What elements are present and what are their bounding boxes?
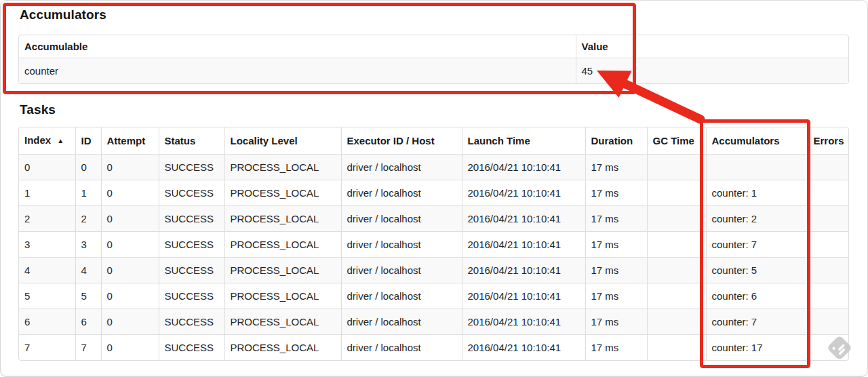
- task-col-header-id[interactable]: ID: [75, 127, 101, 155]
- task-cell-attempt: 0: [101, 206, 159, 232]
- task-cell-executor-id-host: driver / localhost: [341, 206, 462, 232]
- task-cell-launch-time: 2016/04/21 10:10:41: [462, 309, 585, 335]
- task-cell-duration: 17 ms: [585, 180, 647, 206]
- task-cell-launch-time: 2016/04/21 10:10:41: [462, 206, 585, 232]
- task-cell-locality-level: PROCESS_LOCAL: [224, 155, 341, 180]
- task-cell-attempt: 0: [101, 155, 159, 180]
- accumulators-section-title: Accumulators: [20, 7, 106, 22]
- accumulable-cell-value: 45: [576, 58, 848, 84]
- task-cell-executor-id-host: driver / localhost: [341, 232, 462, 258]
- task-cell-attempt: 0: [101, 258, 159, 283]
- task-col-header-gc-time[interactable]: GC Time: [647, 127, 706, 155]
- task-cell-errors: [808, 180, 848, 206]
- task-cell-index: 3: [19, 232, 75, 258]
- task-cell-status: SUCCESS: [159, 206, 224, 232]
- task-cell-executor-id-host: driver / localhost: [341, 258, 462, 283]
- task-cell-errors: [808, 206, 848, 232]
- task-cell-errors: [808, 335, 848, 361]
- task-cell-status: SUCCESS: [159, 258, 224, 283]
- task-cell-executor-id-host: driver / localhost: [341, 335, 462, 361]
- task-cell-accumulators: counter: 17: [706, 335, 808, 361]
- accumulators-table: AccumulableValuecounter45: [18, 35, 849, 84]
- task-col-header-locality-level[interactable]: Locality Level: [224, 127, 341, 155]
- task-cell-attempt: 0: [101, 309, 159, 335]
- task-cell-gc-time: [647, 309, 706, 335]
- column-label: Duration: [591, 135, 633, 146]
- task-col-header-attempt[interactable]: Attempt: [101, 127, 159, 155]
- column-label: Index: [24, 134, 51, 146]
- task-cell-attempt: 0: [101, 283, 159, 309]
- task-col-header-duration[interactable]: Duration: [585, 127, 647, 155]
- task-col-header-launch-time[interactable]: Launch Time: [462, 127, 585, 155]
- task-cell-id: 1: [75, 180, 101, 206]
- task-cell-id: 2: [75, 206, 101, 232]
- task-cell-accumulators: counter: 1: [706, 180, 808, 206]
- task-cell-accumulators: counter: 2: [706, 206, 808, 232]
- column-label: ID: [81, 135, 92, 146]
- task-cell-id: 6: [75, 309, 101, 335]
- task-cell-locality-level: PROCESS_LOCAL: [224, 232, 341, 258]
- task-cell-status: SUCCESS: [159, 180, 224, 206]
- accumulable-row-0: counter45: [19, 58, 848, 84]
- column-label: Errors: [814, 135, 844, 146]
- task-col-header-index[interactable]: Index▲: [19, 127, 75, 155]
- task-cell-index: 2: [19, 206, 75, 232]
- task-cell-status: SUCCESS: [159, 283, 224, 309]
- task-cell-locality-level: PROCESS_LOCAL: [224, 335, 341, 361]
- column-label: GC Time: [653, 135, 694, 146]
- task-cell-duration: 17 ms: [585, 283, 647, 309]
- task-row-7: 770SUCCESSPROCESS_LOCALdriver / localhos…: [19, 335, 848, 361]
- column-label: Status: [165, 135, 196, 146]
- task-cell-id: 4: [75, 258, 101, 283]
- task-cell-accumulators: [706, 155, 808, 180]
- task-row-0: 000SUCCESSPROCESS_LOCALdriver / localhos…: [19, 155, 848, 180]
- task-col-header-status[interactable]: Status: [159, 127, 224, 155]
- task-cell-gc-time: [647, 232, 706, 258]
- task-row-2: 220SUCCESSPROCESS_LOCALdriver / localhos…: [19, 206, 848, 232]
- task-cell-gc-time: [647, 206, 706, 232]
- sort-ascending-icon: ▲: [57, 137, 64, 144]
- task-cell-id: 5: [75, 283, 101, 309]
- task-cell-attempt: 0: [101, 232, 159, 258]
- column-label: Accumulable: [24, 41, 87, 52]
- task-cell-launch-time: 2016/04/21 10:10:41: [462, 335, 585, 361]
- task-col-header-errors[interactable]: Errors: [808, 127, 848, 155]
- task-cell-index: 0: [19, 155, 75, 180]
- task-row-4: 440SUCCESSPROCESS_LOCALdriver / localhos…: [19, 258, 848, 283]
- task-row-1: 110SUCCESSPROCESS_LOCALdriver / localhos…: [19, 180, 848, 206]
- task-row-5: 550SUCCESSPROCESS_LOCALdriver / localhos…: [19, 283, 848, 309]
- task-col-header-executor-id-host[interactable]: Executor ID / Host: [341, 127, 462, 155]
- task-cell-attempt: 0: [101, 335, 159, 361]
- task-cell-accumulators: counter: 5: [706, 258, 808, 283]
- task-cell-duration: 17 ms: [585, 335, 647, 361]
- task-cell-index: 1: [19, 180, 75, 206]
- task-cell-accumulators: counter: 7: [706, 232, 808, 258]
- task-row-6: 660SUCCESSPROCESS_LOCALdriver / localhos…: [19, 309, 848, 335]
- task-cell-locality-level: PROCESS_LOCAL: [224, 309, 341, 335]
- task-cell-id: 3: [75, 232, 101, 258]
- task-cell-errors: [808, 232, 848, 258]
- task-cell-executor-id-host: driver / localhost: [341, 155, 462, 180]
- task-cell-locality-level: PROCESS_LOCAL: [224, 283, 341, 309]
- column-label: Attempt: [107, 135, 146, 146]
- task-cell-id: 0: [75, 155, 101, 180]
- accumulable-col-header-value: Value: [576, 35, 848, 58]
- task-cell-status: SUCCESS: [159, 232, 224, 258]
- accumulable-header-row: AccumulableValue: [19, 35, 848, 58]
- task-cell-launch-time: 2016/04/21 10:10:41: [462, 180, 585, 206]
- task-cell-index: 4: [19, 258, 75, 283]
- task-cell-index: 6: [19, 309, 75, 335]
- task-cell-accumulators: counter: 7: [706, 309, 808, 335]
- task-cell-gc-time: [647, 258, 706, 283]
- task-cell-errors: [808, 283, 848, 309]
- task-col-header-accumulators[interactable]: Accumulators: [706, 127, 808, 155]
- task-cell-status: SUCCESS: [159, 309, 224, 335]
- column-label: Launch Time: [468, 135, 530, 146]
- column-label: Accumulators: [712, 135, 780, 146]
- task-cell-errors: [808, 258, 848, 283]
- task-cell-executor-id-host: driver / localhost: [341, 180, 462, 206]
- task-cell-executor-id-host: driver / localhost: [341, 283, 462, 309]
- task-cell-attempt: 0: [101, 180, 159, 206]
- task-cell-duration: 17 ms: [585, 206, 647, 232]
- task-cell-status: SUCCESS: [159, 335, 224, 361]
